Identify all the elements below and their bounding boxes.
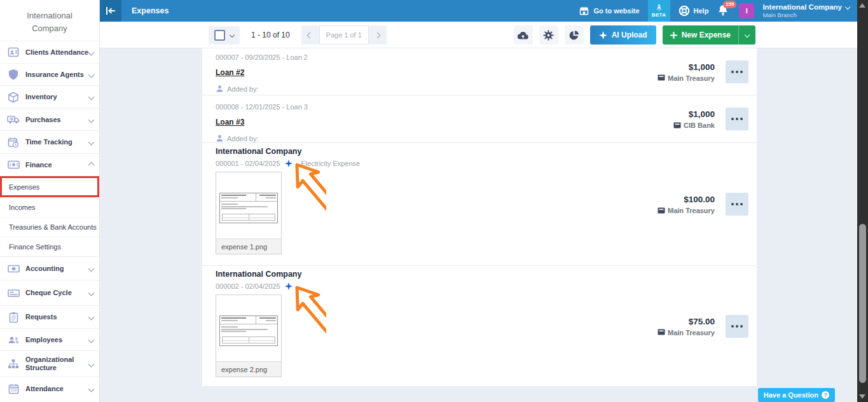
- ai-sparkle-icon[interactable]: [285, 282, 293, 290]
- sidebar-item-employees[interactable]: Employees: [0, 328, 99, 350]
- chevron-down-icon: [88, 49, 95, 55]
- expense-title-link[interactable]: Loan #2: [216, 68, 244, 77]
- new-expense-dropdown[interactable]: [739, 33, 755, 37]
- invoice-preview-page: [219, 315, 278, 346]
- chevron-down-icon: [88, 314, 95, 321]
- have-a-question-button[interactable]: Have a Question ?: [758, 388, 835, 402]
- sidebar-subitem-incomes[interactable]: Incomes: [0, 197, 99, 217]
- expense-ref: 000002 - 02/04/2025: [216, 282, 280, 290]
- calendar-icon: [6, 384, 20, 394]
- sidebar-item-label: Cheque Cycle: [25, 289, 89, 297]
- sidebar-collapse-button[interactable]: [100, 0, 121, 22]
- sidebar-item-attendance[interactable]: Attendance: [0, 377, 99, 401]
- toolbar-right: AI Upload New Expense: [514, 25, 755, 45]
- notification-count-badge: 155: [723, 1, 736, 8]
- chevron-down-icon: [88, 139, 95, 146]
- annotation-arrow-icon: [275, 160, 326, 223]
- calendar-clock-icon: [6, 137, 20, 148]
- sidebar-subitem-label: Expenses: [9, 183, 39, 191]
- sidebar-subitem-label: Treasuries & Bank Accounts: [9, 223, 97, 231]
- expense-row[interactable]: International Company 000002 - 02/04/202…: [202, 266, 757, 387]
- added-by-label: Added by:: [227, 135, 259, 142]
- pie-chart-icon: [568, 30, 579, 41]
- settings-button[interactable]: [539, 25, 558, 45]
- reports-button[interactable]: [565, 25, 584, 45]
- company-logo: International Company: [0, 0, 99, 41]
- row-actions-button[interactable]: [726, 107, 748, 130]
- banknote-icon: [6, 160, 20, 169]
- expense-amount-block: $100.00 Main Treasury: [658, 195, 715, 214]
- sidebar-item-requests[interactable]: Requests: [0, 305, 99, 328]
- sidebar-item-time-tracking[interactable]: Time Tracking: [0, 130, 99, 153]
- page-scrollbar[interactable]: [857, 0, 868, 402]
- sidebar-item-organizational-structure[interactable]: Organizational Structure: [0, 350, 99, 377]
- person-icon: [216, 134, 224, 142]
- account-menu[interactable]: International Company Main Branch: [762, 3, 853, 19]
- row-actions-button[interactable]: [726, 193, 748, 216]
- expense-ref-line: 000001 - 02/04/2025 - Electricity Expens…: [216, 160, 757, 167]
- sidebar-item-purchases[interactable]: Purchases: [0, 108, 99, 130]
- sidebar-item-cheque-cycle[interactable]: Cheque Cycle: [0, 280, 99, 305]
- expense-ref: 000001 - 02/04/2025: [216, 160, 280, 167]
- chevron-down-icon: [88, 94, 95, 100]
- sidebar-subitem-expenses[interactable]: Expenses: [0, 176, 99, 197]
- chevron-down-icon: [230, 32, 235, 38]
- scroll-down-arrow[interactable]: [859, 394, 865, 399]
- sidebar-item-inventory[interactable]: Inventory: [0, 85, 99, 108]
- avatar[interactable]: I: [739, 3, 754, 18]
- sidebar-item-label: Clients Attendance: [25, 48, 89, 57]
- have-a-question-label: Have a Question: [764, 391, 818, 399]
- help-button[interactable]: Help: [679, 5, 709, 17]
- truck-icon: [6, 114, 20, 125]
- new-expense-button[interactable]: New Expense: [663, 25, 755, 45]
- scroll-up-arrow[interactable]: [859, 3, 865, 8]
- expense-amount-block: $1,000 CIB Bank: [673, 109, 715, 129]
- treasury-name: Main Treasury: [668, 207, 715, 214]
- pagination: Page 1 of 1: [301, 25, 387, 45]
- row-actions-button[interactable]: [726, 60, 748, 83]
- sidebar-item-accounting[interactable]: Accounting: [0, 256, 99, 280]
- invoice-preview: [216, 295, 281, 361]
- expense-row[interactable]: International Company 000001 - 02/04/202…: [202, 143, 757, 266]
- attachment-filename: expense 1.png: [216, 239, 281, 254]
- row-actions-button[interactable]: [726, 315, 748, 338]
- chevron-down-icon: [88, 386, 95, 392]
- sidebar-subitem-finance-settings[interactable]: Finance Settings: [0, 237, 99, 256]
- sidebar-item-label: Requests: [25, 313, 89, 321]
- next-page-button[interactable]: [369, 25, 387, 45]
- sidebar-subitem-treasuries[interactable]: Treasuries & Bank Accounts: [0, 217, 99, 237]
- sidebar-item-insurance-agents[interactable]: Insurance Agents: [0, 63, 99, 85]
- export-button[interactable]: [514, 25, 533, 45]
- expenses-list: 000007 - 09/20/2025 - Loan 2 Loan #2 Add…: [202, 48, 757, 387]
- sidebar-item-clients-attendance[interactable]: Clients Attendance: [0, 41, 99, 63]
- page-title: Expenses: [132, 0, 169, 22]
- content-area: 000007 - 09/20/2025 - Loan 2 Loan #2 Add…: [100, 48, 857, 402]
- ai-upload-label: AI Upload: [612, 31, 647, 39]
- beta-badge[interactable]: BETA: [648, 0, 670, 22]
- people-icon: [6, 335, 20, 344]
- sidebar-item-finance[interactable]: Finance: [0, 153, 99, 176]
- chevron-down-icon: [88, 361, 95, 367]
- sidebar-subitem-label: Finance Settings: [9, 243, 61, 251]
- go-to-website-link[interactable]: Go to website: [579, 6, 639, 15]
- sparkle-icon: [599, 31, 607, 39]
- expense-row[interactable]: 000007 - 09/20/2025 - Loan 2 Loan #2 Add…: [202, 48, 757, 95]
- expense-amount: $75.00: [658, 316, 715, 326]
- sidebar-item-label: Organizational Structure: [25, 356, 89, 371]
- previous-page-button[interactable]: [301, 25, 319, 45]
- shield-icon: [6, 69, 20, 80]
- ai-upload-button[interactable]: AI Upload: [590, 25, 656, 45]
- select-all-group[interactable]: [209, 26, 240, 45]
- scrollbar-thumb[interactable]: [859, 224, 866, 383]
- cloud-upload-icon: [517, 31, 529, 40]
- attachment-thumbnail[interactable]: expense 2.png: [216, 295, 282, 377]
- expense-treasury: Main Treasury: [658, 328, 715, 336]
- ai-sparkle-icon[interactable]: [285, 160, 293, 167]
- notifications-button[interactable]: 155: [717, 4, 731, 18]
- invoice-preview: [216, 172, 281, 239]
- attachment-thumbnail[interactable]: expense 1.png: [216, 172, 282, 254]
- expense-row[interactable]: 000008 - 12/01/2025 - Loan 3 Loan #3 Add…: [202, 95, 757, 143]
- expense-title-link[interactable]: Loan #3: [216, 118, 244, 127]
- select-all-checkbox[interactable]: [214, 30, 225, 41]
- expense-company: International Company: [216, 147, 757, 156]
